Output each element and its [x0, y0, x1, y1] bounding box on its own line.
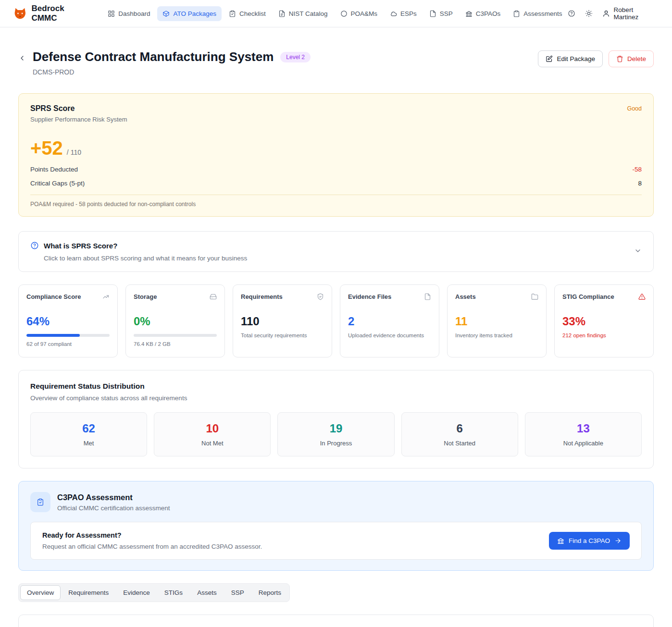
clipboard-check-icon	[229, 10, 236, 17]
user-menu[interactable]: Robert Martinez	[602, 6, 659, 21]
clipboard-icon	[513, 10, 520, 17]
tab-reports[interactable]: Reports	[252, 585, 288, 600]
chevron-left-icon	[18, 54, 26, 62]
nav-ato-packages[interactable]: ATO Packages	[157, 6, 222, 21]
brand[interactable]: Bedrock CMMC	[13, 4, 91, 23]
cloud-icon	[390, 10, 397, 17]
dist-value: 10	[159, 422, 265, 435]
stat-cards-row: Compliance Score 64% 62 of 97 compliant …	[18, 284, 654, 357]
dist-value: 62	[36, 422, 142, 435]
dist-label: Met	[36, 440, 142, 447]
stat-card-requirements: Requirements 110 Total security requirem…	[233, 284, 332, 357]
system-information-panel: System Information Details about the sys…	[18, 615, 654, 627]
nav-c3paos[interactable]: C3PAOs	[460, 6, 506, 21]
sprs-row-label: Points Deducted	[30, 166, 78, 173]
stat-label: Evidence Files	[348, 293, 391, 300]
c3pao-assessment-card: C3PAO Assessment Official CMMC certifica…	[18, 481, 654, 571]
tab-evidence[interactable]: Evidence	[116, 585, 157, 600]
shield-check-icon	[317, 293, 324, 302]
file-icon	[424, 293, 431, 302]
stat-value: 110	[241, 315, 324, 328]
tab-overview[interactable]: Overview	[20, 585, 61, 600]
find-c3pao-label: Find a C3PAO	[569, 537, 610, 544]
sprs-subtitle: Supplier Performance Risk System	[30, 116, 127, 123]
assessment-cta-card: Ready for Assessment? Request an officia…	[30, 522, 642, 560]
page-title: Defense Contract Manufacturing System	[33, 49, 274, 64]
nav-label: SSP	[440, 10, 453, 17]
nav-assessments[interactable]: Assessments	[508, 6, 567, 21]
hard-drive-icon	[210, 293, 217, 302]
stat-label: Compliance Score	[26, 293, 81, 300]
edit-icon	[546, 55, 553, 62]
cta-title: Ready for Assessment?	[42, 531, 262, 539]
sprs-row-value: 8	[638, 180, 642, 187]
nav-ssp[interactable]: SSP	[424, 6, 458, 21]
dist-label: Not Started	[407, 440, 513, 447]
trending-up-icon	[102, 293, 110, 302]
nav-label: POA&Ms	[351, 10, 378, 17]
file-text-icon	[278, 10, 286, 17]
dist-value: 13	[530, 422, 636, 435]
help-button[interactable]	[568, 10, 575, 17]
theme-toggle-button[interactable]	[585, 10, 593, 17]
page-header: Defense Contract Manufacturing System Le…	[18, 49, 654, 76]
arrow-right-icon	[614, 537, 622, 544]
sprs-row-critical-gaps: Critical Gaps (5-pt) 8	[30, 180, 642, 187]
nav-label: Assessments	[523, 10, 562, 17]
sprs-footnote: POA&M required - 58 points deducted for …	[30, 201, 642, 208]
stat-subtext: 76.4 KB / 2 GB	[134, 341, 217, 347]
user-icon	[602, 10, 610, 17]
sprs-title: SPRS Score	[30, 104, 127, 113]
dist-label: Not Met	[159, 440, 265, 447]
stat-card-compliance-score: Compliance Score 64% 62 of 97 compliant	[18, 284, 118, 357]
stat-label: Storage	[134, 293, 157, 300]
dist-box-in-progress: 19 In Progress	[277, 412, 394, 456]
stat-label: STIG Compliance	[562, 293, 614, 300]
fox-logo-icon	[13, 7, 27, 20]
sprs-status-badge: Good	[627, 105, 642, 112]
nav-label: Dashboard	[118, 10, 150, 17]
stat-card-evidence-files: Evidence Files 2 Uploaded evidence docum…	[340, 284, 439, 357]
nav-label: ATO Packages	[173, 10, 216, 17]
delete-package-button[interactable]: Delete	[609, 50, 654, 67]
distribution-grid: 62 Met 10 Not Met 19 In Progress 6 Not S…	[30, 412, 642, 456]
nav-poams[interactable]: POA&Ms	[335, 6, 383, 21]
tab-ssp[interactable]: SSP	[224, 585, 251, 600]
user-name: Robert Martinez	[614, 6, 659, 21]
tab-assets[interactable]: Assets	[190, 585, 224, 600]
edit-package-label: Edit Package	[557, 55, 595, 62]
c3pao-subtitle: Official CMMC certification assessment	[57, 504, 170, 512]
page-content: Defense Contract Manufacturing System Le…	[0, 49, 672, 627]
chevron-down-icon[interactable]	[634, 247, 642, 257]
back-button[interactable]	[18, 54, 26, 64]
sun-icon	[585, 10, 593, 17]
tab-requirements[interactable]: Requirements	[62, 585, 115, 600]
nav-checklist[interactable]: Checklist	[224, 6, 271, 21]
package-id: DCMS-PROD	[33, 68, 311, 76]
building-icon	[465, 10, 473, 17]
sprs-score-value: +52	[30, 137, 63, 159]
cta-subtitle: Request an official CMMC assessment from…	[42, 543, 262, 550]
dist-value: 19	[283, 422, 389, 435]
dist-label: In Progress	[283, 440, 389, 447]
brand-name: Bedrock CMMC	[32, 4, 91, 23]
nav-dashboard[interactable]: Dashboard	[102, 6, 155, 21]
sprs-row-points-deducted: Points Deducted -58	[30, 166, 642, 173]
stat-subtext: Total security requirements	[241, 332, 324, 338]
requirement-status-panel: Requirement Status Distribution Overview…	[18, 370, 654, 468]
package-tabs: Overview Requirements Evidence STIGs Ass…	[18, 583, 290, 602]
trash-icon	[616, 55, 623, 62]
tab-stigs[interactable]: STIGs	[158, 585, 189, 600]
nav-esps[interactable]: ESPs	[385, 6, 422, 21]
question-circle-icon	[30, 241, 39, 250]
file-icon	[429, 10, 436, 17]
dist-box-not-applicable: 13 Not Applicable	[525, 412, 642, 456]
nav-nist-catalog[interactable]: NIST Catalog	[273, 6, 333, 21]
top-bar: Bedrock CMMC Dashboard ATO Packages Chec…	[0, 0, 672, 27]
sprs-info-expander[interactable]: What is SPRS Score? Click to learn about…	[18, 231, 654, 272]
dist-box-not-started: 6 Not Started	[401, 412, 518, 456]
level-badge: Level 2	[280, 52, 311, 62]
edit-package-button[interactable]: Edit Package	[538, 50, 603, 67]
find-c3pao-button[interactable]: Find a C3PAO	[549, 532, 630, 550]
clipboard-check-badge-icon	[30, 492, 50, 512]
